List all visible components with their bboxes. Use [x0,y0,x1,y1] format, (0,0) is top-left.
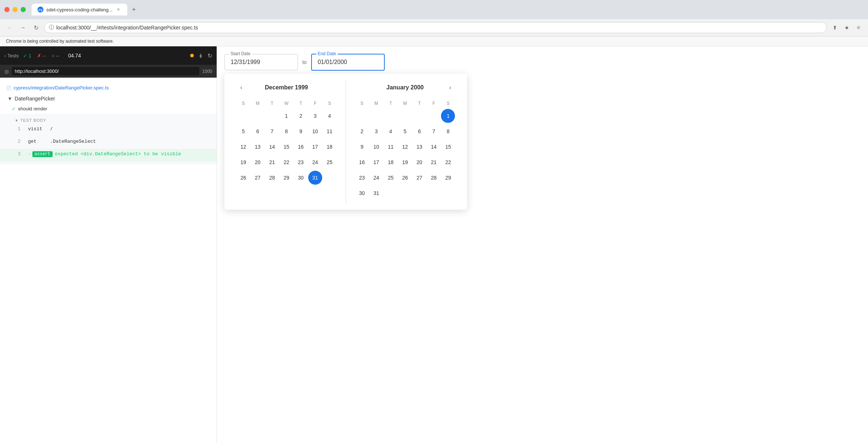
calendar-day[interactable]: 8 [280,124,294,138]
calendar-day[interactable]: 7 [427,124,441,138]
suite-item[interactable]: ▼ DateRangePicker [0,93,217,104]
cypress-url-input[interactable] [12,67,199,75]
scroll-to-bottom-icon[interactable]: ↡ [198,52,203,59]
active-tab[interactable]: cy sdet-cypress-coding-challeng... × [32,4,127,15]
reload-button[interactable]: ↻ [31,22,41,33]
test-item[interactable]: ✓ should render [0,104,217,114]
maximize-button[interactable] [21,7,26,12]
calendar-day[interactable]: 29 [280,171,294,185]
calendar-day[interactable]: 9 [294,124,308,138]
calendar-day[interactable]: 17 [369,155,383,169]
day-header: T [412,99,427,108]
calendar-day[interactable]: 15 [280,140,294,154]
calendar-day[interactable]: 18 [323,140,337,154]
calendar-day[interactable]: 31 [369,186,383,200]
calendar-day[interactable]: 12 [398,140,412,154]
bookmark-button[interactable]: ★ [842,22,852,33]
calendar-day[interactable]: 18 [384,155,398,169]
minimize-button[interactable] [13,7,18,12]
calendar-day[interactable]: 2 [294,109,308,123]
address-bar[interactable]: ⓘ localhost:3000/__/#/tests/integration/… [44,22,827,33]
calendar-day[interactable]: 23 [355,171,369,185]
calendar-day[interactable]: 6 [412,124,426,138]
calendar-day[interactable]: 2 [355,124,369,138]
calendar-day[interactable]: 16 [294,140,308,154]
calendar-day[interactable]: 5 [398,124,412,138]
calendar-day[interactable]: 23 [294,155,308,169]
calendar-day[interactable]: 20 [412,155,426,169]
calendar-day[interactable]: 25 [323,155,337,169]
calendar-day[interactable]: 26 [398,171,412,185]
command-row-visit[interactable]: 1 visit / [0,124,217,137]
calendar-day[interactable]: 14 [427,140,441,154]
calendar-day[interactable]: 25 [384,171,398,185]
calendar-day[interactable]: 8 [441,124,455,138]
calendar-day[interactable]: 30 [355,186,369,200]
extensions-button[interactable]: ⚛ [853,22,864,33]
date-range-picker: Start Date 12/31/1999 to End Date 01/01/… [224,54,467,210]
calendar-day[interactable]: 15 [441,140,455,154]
calendar-day[interactable]: 24 [308,155,322,169]
back-to-tests[interactable]: ‹ Tests [4,53,19,59]
calendar-day[interactable]: 21 [427,155,441,169]
command-num-1: 1 [18,126,25,132]
calendar-day[interactable]: 16 [355,155,369,169]
calendar-day[interactable]: 1 [441,109,455,123]
calendar-day[interactable]: 20 [251,155,265,169]
calendar-day[interactable]: 5 [236,124,250,138]
back-button[interactable]: ← [4,22,15,33]
calendar-day[interactable]: 7 [265,124,279,138]
end-date-field[interactable]: End Date 01/01/2000 [311,54,385,71]
calendar-day[interactable]: 14 [265,140,279,154]
tab-close-icon[interactable]: × [115,7,121,13]
calendar-day[interactable]: 29 [441,171,455,185]
calendar-next-button[interactable]: › [445,82,455,93]
calendar-day[interactable]: 26 [236,171,250,185]
calendar-day[interactable]: 31 [308,171,322,185]
file-item[interactable]: 📄 cypress/integration/DateRangePicker.sp… [0,82,217,93]
forward-button[interactable]: → [18,22,28,33]
calendar-day[interactable]: 4 [384,124,398,138]
calendar-day[interactable]: 28 [427,171,441,185]
command-row-get[interactable]: 2 get .DateRangeSelect [0,137,217,149]
calendar-day[interactable]: 13 [251,140,265,154]
calendar-day[interactable]: 11 [323,124,337,138]
file-path: cypress/integration/DateRangePicker.spec… [14,85,109,91]
new-tab-button[interactable]: + [129,4,139,15]
calendar-day[interactable]: 24 [369,171,383,185]
calendar-day[interactable]: 12 [236,140,250,154]
calendar-day[interactable]: 3 [369,124,383,138]
calendar-day[interactable]: 10 [308,124,322,138]
end-date-label: End Date [316,51,338,56]
calendar-day[interactable]: 22 [441,155,455,169]
calendar-day[interactable]: 17 [308,140,322,154]
calendar-day[interactable]: 1 [280,109,294,123]
calendar-day[interactable]: 3 [308,109,322,123]
calendar-day[interactable]: 19 [236,155,250,169]
calendar-day[interactable]: 9 [355,140,369,154]
calendar-day[interactable]: 27 [412,171,426,185]
calendar-day[interactable]: 6 [251,124,265,138]
calendar-day[interactable]: 27 [251,171,265,185]
calendar-january: January 2000 › SMTWTFS123456789101112131… [349,79,462,204]
start-date-field[interactable]: Start Date 12/31/1999 [224,54,298,70]
day-header: W [279,99,294,108]
calendar-day[interactable]: 11 [384,140,398,154]
main-content: ‹ Tests ✓ 1 ✗ -- ○ -- 04 [0,46,868,443]
calendar-day[interactable]: 30 [294,171,308,185]
calendar-day[interactable]: 22 [280,155,294,169]
tab-favicon: cy [38,7,43,13]
close-button[interactable] [4,7,10,12]
reload-tests-icon[interactable]: ↻ [207,52,212,59]
command-row-assert[interactable]: 3 - assert expected <div.DateRangeSelect… [0,149,217,162]
command-dash: - [28,151,31,157]
share-button[interactable]: ⬆ [830,22,840,33]
calendar-prev-button[interactable]: ‹ [236,82,246,93]
assert-text: expected <div.DateRangeSelect> to be vis… [55,151,181,157]
calendar-day[interactable]: 4 [323,109,337,123]
calendar-day[interactable]: 10 [369,140,383,154]
calendar-day[interactable]: 28 [265,171,279,185]
calendar-day[interactable]: 19 [398,155,412,169]
calendar-day[interactable]: 21 [265,155,279,169]
calendar-day[interactable]: 13 [412,140,426,154]
